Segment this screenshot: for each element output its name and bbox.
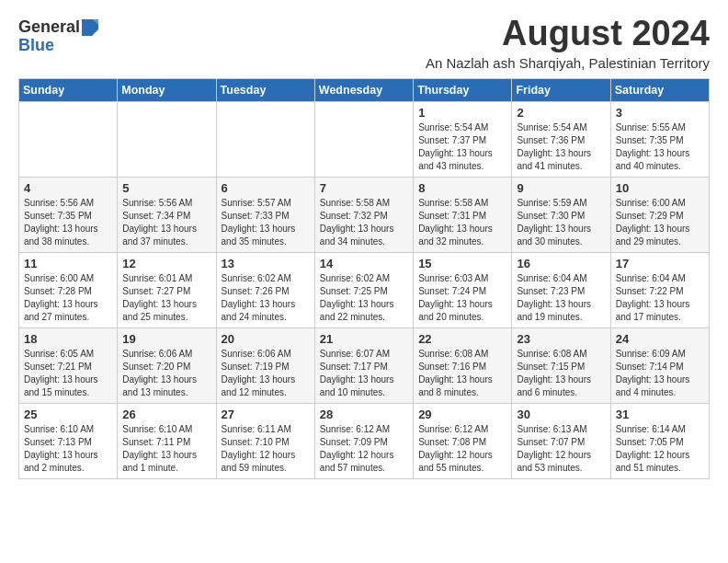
calendar-cell: 20Sunrise: 6:06 AM Sunset: 7:19 PM Dayli…: [216, 327, 314, 403]
day-number: 26: [122, 408, 210, 421]
day-number: 22: [418, 332, 506, 346]
calendar-cell: 10Sunrise: 6:00 AM Sunset: 7:29 PM Dayli…: [610, 177, 709, 252]
calendar-cell: 15Sunrise: 6:03 AM Sunset: 7:24 PM Dayli…: [414, 252, 512, 327]
calendar-cell: 26Sunrise: 6:10 AM Sunset: 7:11 PM Dayli…: [118, 403, 216, 478]
day-info: Sunrise: 5:58 AM Sunset: 7:31 PM Dayligh…: [418, 197, 506, 248]
day-info: Sunrise: 6:06 AM Sunset: 7:20 PM Dayligh…: [122, 348, 210, 399]
day-number: 17: [616, 257, 704, 270]
page-title: August 2024: [117, 15, 710, 53]
calendar-week-row: 1Sunrise: 5:54 AM Sunset: 7:37 PM Daylig…: [19, 101, 710, 177]
day-number: 8: [418, 181, 506, 195]
calendar-cell: 29Sunrise: 6:12 AM Sunset: 7:08 PM Dayli…: [414, 403, 512, 478]
calendar-cell: 31Sunrise: 6:14 AM Sunset: 7:05 PM Dayli…: [610, 403, 709, 478]
day-number: 27: [222, 408, 310, 421]
day-info: Sunrise: 6:01 AM Sunset: 7:27 PM Dayligh…: [122, 272, 210, 324]
day-number: 19: [122, 332, 210, 346]
day-info: Sunrise: 6:00 AM Sunset: 7:29 PM Dayligh…: [616, 197, 704, 248]
day-number: 16: [517, 257, 605, 270]
calendar-cell: [19, 101, 118, 177]
calendar-cell: 19Sunrise: 6:06 AM Sunset: 7:20 PM Dayli…: [118, 327, 216, 403]
day-info: Sunrise: 5:56 AM Sunset: 7:34 PM Dayligh…: [122, 197, 210, 248]
day-info: Sunrise: 6:14 AM Sunset: 7:05 PM Dayligh…: [616, 423, 704, 475]
day-number: 3: [616, 106, 704, 120]
day-info: Sunrise: 6:04 AM Sunset: 7:23 PM Dayligh…: [517, 272, 605, 324]
logo-blue-text: Blue: [18, 37, 54, 55]
calendar-cell: 11Sunrise: 6:00 AM Sunset: 7:28 PM Dayli…: [19, 252, 118, 327]
calendar-cell: 3Sunrise: 5:55 AM Sunset: 7:35 PM Daylig…: [610, 101, 709, 177]
day-number: 9: [517, 181, 605, 195]
day-number: 15: [418, 257, 506, 270]
calendar-cell: 9Sunrise: 5:59 AM Sunset: 7:30 PM Daylig…: [512, 177, 610, 252]
day-number: 7: [320, 181, 408, 195]
calendar-cell: 28Sunrise: 6:12 AM Sunset: 7:09 PM Dayli…: [314, 403, 413, 478]
day-info: Sunrise: 5:58 AM Sunset: 7:32 PM Dayligh…: [320, 197, 408, 248]
calendar-cell: [216, 101, 314, 177]
day-number: 11: [24, 257, 112, 270]
day-info: Sunrise: 6:02 AM Sunset: 7:26 PM Dayligh…: [222, 272, 310, 324]
day-number: 10: [616, 181, 704, 195]
day-info: Sunrise: 6:13 AM Sunset: 7:07 PM Dayligh…: [517, 423, 605, 475]
calendar-cell: 1Sunrise: 5:54 AM Sunset: 7:37 PM Daylig…: [414, 101, 512, 177]
day-number: 4: [24, 181, 112, 195]
day-number: 1: [418, 106, 506, 120]
day-info: Sunrise: 5:54 AM Sunset: 7:37 PM Dayligh…: [418, 121, 506, 173]
day-info: Sunrise: 5:57 AM Sunset: 7:33 PM Dayligh…: [222, 197, 310, 248]
calendar-cell: 18Sunrise: 6:05 AM Sunset: 7:21 PM Dayli…: [19, 327, 118, 403]
calendar-cell: 27Sunrise: 6:11 AM Sunset: 7:10 PM Dayli…: [216, 403, 314, 478]
calendar-header-saturday: Saturday: [610, 78, 709, 101]
calendar-header-row: SundayMondayTuesdayWednesdayThursdayFrid…: [19, 78, 710, 101]
day-number: 28: [320, 408, 408, 421]
calendar-cell: 24Sunrise: 6:09 AM Sunset: 7:14 PM Dayli…: [610, 327, 709, 403]
calendar-cell: 13Sunrise: 6:02 AM Sunset: 7:26 PM Dayli…: [216, 252, 314, 327]
day-number: 5: [122, 181, 210, 195]
calendar-cell: 12Sunrise: 6:01 AM Sunset: 7:27 PM Dayli…: [118, 252, 216, 327]
day-info: Sunrise: 6:03 AM Sunset: 7:24 PM Dayligh…: [418, 272, 506, 324]
day-number: 31: [616, 408, 704, 421]
calendar-header-monday: Monday: [118, 78, 216, 101]
day-info: Sunrise: 6:12 AM Sunset: 7:09 PM Dayligh…: [320, 423, 408, 475]
calendar-table: SundayMondayTuesdayWednesdayThursdayFrid…: [18, 78, 710, 479]
calendar-header-wednesday: Wednesday: [314, 78, 413, 101]
day-number: 30: [517, 408, 605, 421]
calendar-week-row: 11Sunrise: 6:00 AM Sunset: 7:28 PM Dayli…: [19, 252, 710, 327]
day-info: Sunrise: 6:11 AM Sunset: 7:10 PM Dayligh…: [222, 423, 310, 475]
calendar-cell: 6Sunrise: 5:57 AM Sunset: 7:33 PM Daylig…: [216, 177, 314, 252]
day-number: 6: [222, 181, 310, 195]
calendar-cell: 30Sunrise: 6:13 AM Sunset: 7:07 PM Dayli…: [512, 403, 610, 478]
day-info: Sunrise: 6:10 AM Sunset: 7:11 PM Dayligh…: [122, 423, 210, 475]
day-info: Sunrise: 5:55 AM Sunset: 7:35 PM Dayligh…: [616, 121, 704, 173]
logo-icon: [82, 19, 98, 36]
header: General Blue August 2024 An Nazlah ash S…: [18, 15, 710, 71]
calendar-cell: [118, 101, 216, 177]
calendar-cell: 21Sunrise: 6:07 AM Sunset: 7:17 PM Dayli…: [314, 327, 413, 403]
day-number: 23: [517, 332, 605, 346]
day-info: Sunrise: 6:10 AM Sunset: 7:13 PM Dayligh…: [24, 423, 112, 475]
calendar-cell: 2Sunrise: 5:54 AM Sunset: 7:36 PM Daylig…: [512, 101, 610, 177]
day-number: 12: [122, 257, 210, 270]
day-number: 29: [418, 408, 506, 421]
day-info: Sunrise: 6:09 AM Sunset: 7:14 PM Dayligh…: [616, 348, 704, 399]
day-number: 21: [320, 332, 408, 346]
calendar-cell: [314, 101, 413, 177]
page-subtitle: An Nazlah ash Sharqiyah, Palestinian Ter…: [117, 55, 710, 71]
calendar-cell: 25Sunrise: 6:10 AM Sunset: 7:13 PM Dayli…: [19, 403, 118, 478]
day-info: Sunrise: 5:59 AM Sunset: 7:30 PM Dayligh…: [517, 197, 605, 248]
calendar-header-tuesday: Tuesday: [216, 78, 314, 101]
day-number: 18: [24, 332, 112, 346]
calendar-cell: 17Sunrise: 6:04 AM Sunset: 7:22 PM Dayli…: [610, 252, 709, 327]
day-info: Sunrise: 6:07 AM Sunset: 7:17 PM Dayligh…: [320, 348, 408, 399]
calendar-cell: 5Sunrise: 5:56 AM Sunset: 7:34 PM Daylig…: [118, 177, 216, 252]
calendar-cell: 4Sunrise: 5:56 AM Sunset: 7:35 PM Daylig…: [19, 177, 118, 252]
calendar-cell: 14Sunrise: 6:02 AM Sunset: 7:25 PM Dayli…: [314, 252, 413, 327]
day-number: 13: [222, 257, 310, 270]
calendar-header-sunday: Sunday: [19, 78, 118, 101]
title-block: August 2024 An Nazlah ash Sharqiyah, Pal…: [117, 15, 710, 71]
calendar-cell: 16Sunrise: 6:04 AM Sunset: 7:23 PM Dayli…: [512, 252, 610, 327]
logo-general-text: General: [18, 18, 80, 37]
calendar-week-row: 4Sunrise: 5:56 AM Sunset: 7:35 PM Daylig…: [19, 177, 710, 252]
calendar-cell: 23Sunrise: 6:08 AM Sunset: 7:15 PM Dayli…: [512, 327, 610, 403]
day-info: Sunrise: 6:04 AM Sunset: 7:22 PM Dayligh…: [616, 272, 704, 324]
day-number: 20: [222, 332, 310, 346]
calendar-cell: 7Sunrise: 5:58 AM Sunset: 7:32 PM Daylig…: [314, 177, 413, 252]
day-info: Sunrise: 6:08 AM Sunset: 7:15 PM Dayligh…: [517, 348, 605, 399]
